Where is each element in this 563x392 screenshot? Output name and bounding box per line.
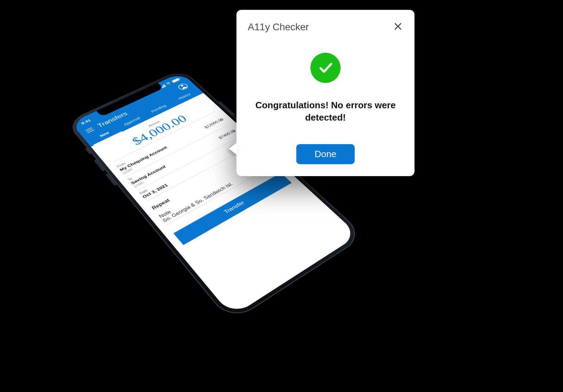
a11y-checker-popup: A11y Checker Congratulations! No errors … [236,10,415,176]
success-check-icon [310,53,341,83]
done-button[interactable]: Done [296,144,355,164]
date-value: Oct 3, 2021 [141,183,169,199]
popup-title: A11y Checker [248,21,309,33]
note-value: So. Georgia & So. Sandwich Isl. [162,181,234,223]
close-icon[interactable] [393,21,403,33]
popup-message: Congratulations! No errors were detected… [248,99,403,124]
repeat-label: Repeat [151,198,171,211]
transfer-button[interactable]: Transfer [173,173,292,245]
popup-pointer [229,142,237,155]
